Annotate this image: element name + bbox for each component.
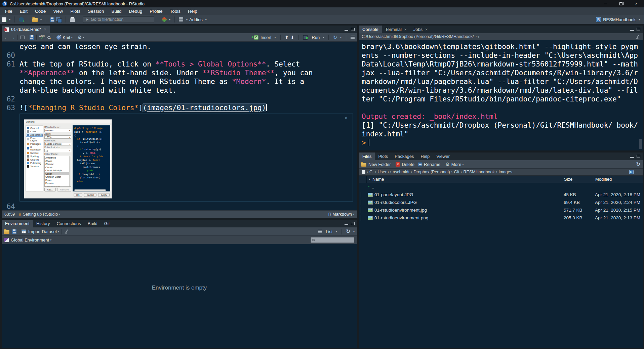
refresh-files-icon[interactable]: ↻ bbox=[636, 161, 640, 167]
delete-button[interactable]: Delete bbox=[402, 162, 414, 167]
new-file-dropdown[interactable]: ▾ bbox=[9, 18, 10, 21]
panes-dropdown[interactable]: ▾ bbox=[186, 18, 188, 21]
editor-line[interactable]: dark-blue background with white text. bbox=[2, 86, 357, 95]
tab-environment[interactable]: Environment bbox=[2, 220, 33, 227]
environment-search-box[interactable] bbox=[311, 237, 354, 243]
file-name-cell[interactable]: 01-rstudioenvironment.jpg bbox=[366, 206, 562, 214]
minimize-pane-icon[interactable] bbox=[630, 30, 634, 31]
breadcrumb-segment[interactable]: images bbox=[499, 170, 512, 174]
workspace-panes-icon[interactable] bbox=[179, 17, 184, 22]
version-control-icon[interactable] bbox=[162, 17, 167, 23]
refresh-environment-icon[interactable]: ↻ bbox=[346, 228, 350, 234]
maximize-pane-icon[interactable] bbox=[637, 28, 640, 31]
import-dataset-dropdown[interactable]: ▾ bbox=[58, 230, 59, 233]
new-file-icon[interactable] bbox=[2, 17, 6, 22]
save-workspace-icon[interactable] bbox=[12, 229, 16, 234]
tab-files[interactable]: Files bbox=[359, 152, 375, 160]
collapse-output-icon[interactable]: « bbox=[345, 115, 348, 120]
editor-line[interactable]: 63![*Changing R Studio Colors*](images/0… bbox=[2, 103, 357, 112]
more-dropdown[interactable]: ▾ bbox=[462, 163, 464, 166]
menu-item-edit[interactable]: Edit bbox=[16, 7, 31, 15]
insert-dropdown[interactable]: ▾ bbox=[275, 36, 276, 39]
r-project-badge-icon[interactable]: R bbox=[629, 170, 634, 174]
file-name-cell[interactable]: 01-rstudiocolors.JPG bbox=[366, 199, 562, 206]
find-replace-icon[interactable] bbox=[47, 36, 50, 39]
run-button[interactable]: Run bbox=[312, 35, 320, 40]
tab-plots[interactable]: Plots bbox=[375, 152, 391, 160]
goto-file-input[interactable] bbox=[91, 17, 152, 22]
popout-window-icon[interactable] bbox=[20, 36, 25, 39]
breadcrumb-segment[interactable]: Git bbox=[454, 170, 459, 174]
breadcrumb-segment[interactable]: Dropbox (Personal) bbox=[413, 170, 450, 174]
save-document-icon[interactable] bbox=[30, 35, 34, 40]
markdown-link-target[interactable]: (images/01-rstudiocolors.jpg) bbox=[143, 104, 266, 112]
knit-button[interactable]: Knit bbox=[63, 35, 70, 40]
file-checkbox[interactable] bbox=[361, 207, 361, 213]
file-name-cell[interactable]: 01-rstudioenvironment.png bbox=[366, 214, 562, 222]
tab-build[interactable]: Build bbox=[84, 220, 101, 227]
clear-console-icon[interactable] bbox=[636, 35, 640, 39]
breadcrumb-segment[interactable]: RESMHandbook bbox=[464, 170, 495, 174]
breadcrumb-overflow[interactable]: … bbox=[636, 170, 640, 174]
refresh-dropdown[interactable]: ▾ bbox=[353, 230, 355, 233]
column-header-name[interactable]: ▲ Name bbox=[366, 176, 562, 183]
editor-line[interactable]: **Apperance** on the left-hand side. Und… bbox=[2, 69, 357, 77]
open-recent-dropdown[interactable]: ▾ bbox=[40, 18, 42, 21]
menu-item-code[interactable]: Code bbox=[31, 7, 49, 15]
editor-line[interactable]: 62 bbox=[2, 95, 357, 103]
file-row[interactable]: 01-rstudioenvironment.jpg571.7 KBApr 21,… bbox=[359, 206, 643, 214]
open-file-icon[interactable] bbox=[32, 18, 38, 22]
close-button[interactable]: × bbox=[629, 0, 644, 7]
forward-icon[interactable]: → bbox=[10, 35, 15, 40]
file-checkbox[interactable] bbox=[361, 200, 361, 205]
menu-item-session[interactable]: Session bbox=[84, 7, 108, 15]
goto-file-search[interactable]: ➤ bbox=[83, 16, 154, 23]
file-row[interactable]: 01-panelayout.JPG45 KBApr 21, 2020, 2:18… bbox=[359, 191, 643, 199]
maximize-pane-icon[interactable] bbox=[351, 28, 355, 31]
menu-item-tools[interactable]: Tools bbox=[166, 7, 184, 15]
menu-item-help[interactable]: Help bbox=[184, 7, 201, 15]
maximize-pane-icon[interactable] bbox=[351, 222, 355, 225]
run-previous-icon[interactable]: ⬆ bbox=[285, 35, 289, 40]
file-type-selector[interactable]: R Markdown▾ bbox=[328, 212, 354, 217]
save-icon[interactable] bbox=[50, 17, 54, 22]
editor-line[interactable]: eyes and can lessen eye strain. bbox=[2, 42, 357, 51]
file-row[interactable]: 01-rstudioenvironment.png205.3 KBApr 21,… bbox=[359, 214, 643, 222]
clear-environment-icon[interactable] bbox=[64, 229, 69, 234]
tab-packages[interactable]: Packages bbox=[391, 152, 417, 160]
tab-01-rbasic-rmd[interactable]: 01-rbasic.Rmd* × bbox=[2, 26, 50, 33]
document-outline-icon[interactable] bbox=[351, 36, 355, 39]
save-all-icon[interactable] bbox=[56, 17, 62, 22]
rerun-icon[interactable]: ↻ bbox=[333, 35, 337, 40]
maximize-pane-icon[interactable] bbox=[637, 155, 640, 158]
console-output[interactable]: brary\3.6\bookdown\templates\gitbook.htm… bbox=[359, 40, 643, 150]
breadcrumb-segment[interactable]: C: bbox=[369, 170, 374, 174]
tab-viewer[interactable]: Viewer bbox=[433, 152, 453, 160]
new-project-icon[interactable] bbox=[19, 17, 24, 22]
minimize-pane-icon[interactable] bbox=[345, 224, 348, 225]
load-workspace-icon[interactable] bbox=[4, 230, 9, 234]
section-navigator[interactable]: Setting up RStudio bbox=[23, 212, 58, 217]
run-next-icon[interactable]: ⬇ bbox=[290, 35, 294, 40]
run-dropdown[interactable]: ▾ bbox=[323, 36, 324, 39]
rename-button[interactable]: Rename bbox=[424, 162, 440, 167]
new-folder-button[interactable]: New Folder bbox=[368, 162, 391, 167]
editor-line[interactable]: 60 bbox=[2, 51, 357, 60]
rerun-dropdown[interactable]: ▾ bbox=[340, 36, 341, 39]
editor-line[interactable]: 61At the top of RStudio, click on **Tool… bbox=[2, 60, 357, 69]
version-control-dropdown[interactable]: ▾ bbox=[169, 18, 170, 21]
print-icon[interactable] bbox=[70, 18, 75, 22]
file-row[interactable]: 01-rstudiocolors.JPG69.4 KBApr 21, 2020,… bbox=[359, 199, 643, 206]
breadcrumb-root-icon[interactable] bbox=[362, 170, 365, 174]
close-tab-icon[interactable]: × bbox=[44, 27, 46, 32]
tab-history[interactable]: History bbox=[33, 220, 53, 227]
menu-item-plots[interactable]: Plots bbox=[67, 7, 84, 15]
tab-console[interactable]: Console bbox=[359, 26, 382, 33]
menu-item-file[interactable]: File bbox=[1, 7, 16, 15]
tab-git[interactable]: Git bbox=[101, 220, 113, 227]
tab-connections[interactable]: Connections bbox=[53, 220, 84, 227]
spellcheck-icon[interactable]: ABC✓ bbox=[39, 35, 45, 40]
column-header-size[interactable]: Size bbox=[562, 176, 593, 183]
menu-item-profile[interactable]: Profile bbox=[146, 7, 166, 15]
view-mode-button[interactable]: List bbox=[326, 229, 332, 234]
